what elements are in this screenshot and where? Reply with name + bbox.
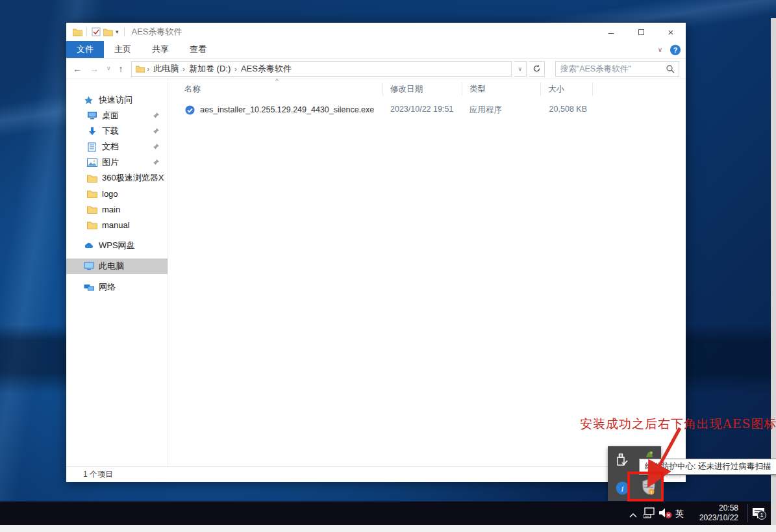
explorer-main: 快速访问 桌面 下载 bbox=[66, 79, 686, 466]
sidebar-item-downloads[interactable]: 下载 bbox=[66, 123, 168, 139]
forward-button[interactable]: → bbox=[87, 64, 101, 73]
column-header-modified[interactable]: 修改日期 bbox=[382, 84, 462, 95]
sidebar-item-label: 图片 bbox=[102, 157, 119, 168]
explorer-folder-icon bbox=[71, 26, 83, 38]
file-list-pane: 名称 ^ 修改日期 类型 大小 aes_installer_10.2 bbox=[168, 79, 686, 466]
refresh-button[interactable] bbox=[529, 61, 545, 77]
maximize-button[interactable] bbox=[626, 23, 656, 41]
sidebar-item-label: WPS网盘 bbox=[99, 240, 135, 251]
file-name: aes_installer_10.255.129.249_4430_silenc… bbox=[200, 105, 374, 114]
screen: ▾ AES杀毒软件 – × 文件 主页 共享 查看 ∨ ? ← → ∨ ↑ bbox=[0, 0, 776, 532]
pin-icon bbox=[153, 127, 160, 136]
sidebar-item-wps-cloud[interactable]: WPS网盘 bbox=[66, 238, 168, 253]
sidebar-item-label: logo bbox=[102, 189, 118, 199]
address-bar: ← → ∨ ↑ › 此电脑 › 新加卷 (D:) › AES杀毒软件 ∨ bbox=[66, 58, 686, 79]
file-size: 20,508 KB bbox=[540, 105, 592, 114]
clock-date: 2023/10/22 bbox=[690, 513, 738, 523]
screen-bottom-edge bbox=[0, 525, 776, 532]
annotation-highlight-box bbox=[627, 472, 664, 501]
column-separator[interactable] bbox=[382, 82, 383, 95]
folder-icon bbox=[86, 173, 97, 183]
folder-icon bbox=[86, 220, 97, 230]
back-button[interactable]: ← bbox=[70, 64, 84, 73]
column-header-type[interactable]: 类型 bbox=[462, 84, 540, 95]
pin-icon bbox=[153, 142, 160, 152]
maximize-icon bbox=[638, 29, 644, 35]
tray-chevron-up-icon[interactable] bbox=[629, 509, 638, 521]
pictures-icon bbox=[86, 157, 97, 168]
minimize-button[interactable]: – bbox=[596, 23, 626, 41]
tab-share[interactable]: 共享 bbox=[142, 41, 179, 58]
usb-tray-icon[interactable] bbox=[614, 452, 629, 470]
column-header-size[interactable]: 大小 bbox=[540, 84, 592, 95]
location-folder-icon bbox=[134, 63, 146, 75]
tab-view[interactable]: 查看 bbox=[179, 41, 217, 58]
breadcrumb-current-folder[interactable]: AES杀毒软件 bbox=[238, 63, 294, 75]
pin-icon bbox=[153, 111, 160, 121]
sidebar-item-label: 桌面 bbox=[102, 110, 119, 121]
cloud-icon bbox=[83, 240, 94, 251]
up-button[interactable]: ↑ bbox=[116, 64, 126, 73]
title-bar[interactable]: ▾ AES杀毒软件 – × bbox=[66, 23, 686, 41]
desktop-icon bbox=[86, 110, 97, 121]
sidebar-item-manual[interactable]: manual bbox=[66, 217, 168, 233]
sidebar-item-label: main bbox=[102, 205, 120, 214]
breadcrumb-drive-d[interactable]: 新加卷 (D:) bbox=[186, 63, 233, 75]
sidebar-item-360-browser-downloads[interactable]: 360极速浏览器X下载 bbox=[66, 170, 168, 186]
sidebar-item-this-pc[interactable]: 此电脑 bbox=[66, 259, 168, 274]
close-button[interactable]: × bbox=[656, 23, 686, 41]
sidebar-item-label: 此电脑 bbox=[99, 260, 124, 272]
ribbon-tab-bar: 文件 主页 共享 查看 ∨ ? bbox=[66, 41, 686, 58]
column-header-name[interactable]: 名称 bbox=[168, 84, 382, 95]
address-box[interactable]: › 此电脑 › 新加卷 (D:) › AES杀毒软件 bbox=[131, 61, 512, 77]
pin-icon bbox=[153, 158, 160, 168]
document-icon bbox=[86, 142, 97, 152]
taskbar-separator bbox=[747, 504, 748, 522]
search-input[interactable] bbox=[556, 64, 668, 73]
file-list-header: 名称 ^ 修改日期 类型 大小 bbox=[168, 79, 686, 99]
tab-file[interactable]: 文件 bbox=[66, 41, 104, 58]
refresh-icon bbox=[532, 64, 541, 73]
tab-home[interactable]: 主页 bbox=[104, 41, 142, 58]
sidebar-item-pictures[interactable]: 图片 bbox=[66, 155, 168, 170]
notification-badge: 1 bbox=[757, 511, 766, 520]
sidebar-item-desktop[interactable]: 桌面 bbox=[66, 108, 168, 123]
address-dropdown-icon[interactable]: ∨ bbox=[514, 61, 527, 77]
sidebar-item-main[interactable]: main bbox=[66, 201, 168, 217]
column-separator[interactable] bbox=[592, 82, 593, 95]
qat-new-folder-icon[interactable] bbox=[102, 26, 114, 38]
ribbon-collapse-icon[interactable]: ∨ bbox=[658, 46, 662, 53]
sidebar-item-label: manual bbox=[102, 220, 130, 230]
sidebar-item-label: 360极速浏览器X下载 bbox=[102, 172, 164, 184]
navigation-pane: 快速访问 桌面 下载 bbox=[66, 79, 168, 466]
sidebar-item-label: 下载 bbox=[102, 125, 119, 137]
breadcrumb-this-pc[interactable]: 此电脑 bbox=[151, 63, 181, 75]
qat-properties-icon[interactable] bbox=[90, 26, 102, 38]
volume-muted-icon[interactable] bbox=[658, 507, 673, 522]
download-icon bbox=[86, 126, 97, 136]
qat-customize-dropdown-icon[interactable]: ▾ bbox=[116, 29, 119, 35]
network-tray-icon[interactable] bbox=[644, 507, 656, 521]
item-count: 1 个项目 bbox=[83, 469, 113, 480]
breadcrumb-separator: › bbox=[146, 65, 151, 73]
explorer-window: ▾ AES杀毒软件 – × 文件 主页 共享 查看 ∨ ? ← → ∨ ↑ bbox=[66, 23, 686, 482]
taskbar-clock[interactable]: 20:58 2023/10/22 bbox=[690, 503, 738, 523]
ime-indicator[interactable]: 英 bbox=[675, 508, 684, 520]
sidebar-item-quick-access[interactable]: 快速访问 bbox=[66, 92, 168, 108]
sidebar-item-network[interactable]: 网络 bbox=[66, 279, 168, 295]
sidebar-item-logo[interactable]: logo bbox=[66, 186, 168, 201]
breadcrumb-separator: › bbox=[233, 65, 238, 73]
column-separator[interactable] bbox=[540, 82, 541, 95]
help-icon[interactable]: ? bbox=[670, 45, 681, 55]
recent-locations-dropdown-icon[interactable]: ∨ bbox=[104, 66, 114, 71]
window-controls: – × bbox=[596, 23, 686, 41]
installer-shield-icon bbox=[184, 105, 195, 115]
clock-time: 20:58 bbox=[690, 503, 738, 513]
file-type: 应用程序 bbox=[462, 105, 540, 116]
search-icon[interactable] bbox=[666, 64, 675, 76]
column-separator[interactable] bbox=[462, 82, 462, 95]
file-row[interactable]: aes_installer_10.255.129.249_4430_silenc… bbox=[168, 103, 686, 117]
search-box[interactable] bbox=[555, 61, 679, 77]
computer-icon bbox=[83, 261, 94, 272]
sidebar-item-documents[interactable]: 文档 bbox=[66, 139, 168, 155]
